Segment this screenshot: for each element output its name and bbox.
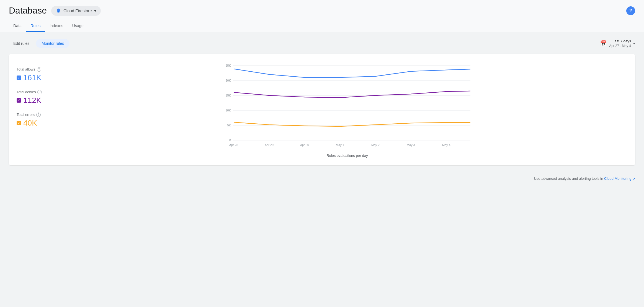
help-errors-icon[interactable]: ? bbox=[36, 113, 41, 117]
svg-text:May 4: May 4 bbox=[442, 143, 450, 147]
help-denies-icon[interactable]: ? bbox=[37, 90, 42, 94]
footer-text: Use advanced analysis and alerting tools… bbox=[534, 176, 603, 181]
chart-svg: 25K 20K 15K 10K 5K 0 bbox=[67, 62, 627, 151]
monitor-rules-button[interactable]: Monitor rules bbox=[36, 39, 69, 48]
chevron-down-icon: ▾ bbox=[94, 8, 96, 13]
footer: Use advanced analysis and alerting tools… bbox=[0, 172, 644, 185]
svg-text:Apr 29: Apr 29 bbox=[265, 143, 274, 147]
svg-text:15K: 15K bbox=[225, 94, 231, 97]
toolbar: Edit rules Monitor rules 📅 Last 7 days A… bbox=[9, 39, 635, 48]
svg-text:10K: 10K bbox=[225, 109, 231, 112]
allows-checkbox[interactable]: ✓ bbox=[17, 76, 21, 80]
page-header: Database Cloud Firestore ▾ ? Data Rules … bbox=[0, 0, 644, 32]
svg-text:25K: 25K bbox=[225, 64, 231, 67]
legend-label-text-allows: Total allows bbox=[17, 67, 35, 71]
legend-value-errors: ✓ 40K bbox=[17, 119, 58, 128]
date-range-main: Last 7 days bbox=[609, 39, 631, 44]
help-allows-icon[interactable]: ? bbox=[37, 67, 41, 72]
legend-item-allows: Total allows ? ✓ 161K bbox=[17, 67, 58, 82]
tab-usage[interactable]: Usage bbox=[68, 20, 88, 32]
toolbar-right: 📅 Last 7 days Apr 27 - May 4 ▾ bbox=[600, 39, 635, 48]
legend-label-allows: Total allows ? bbox=[17, 67, 58, 72]
chart-layout: Total allows ? ✓ 161K Total denies ? ✓ bbox=[17, 62, 627, 158]
edit-rules-button[interactable]: Edit rules bbox=[9, 39, 34, 48]
legend-item-denies: Total denies ? ✓ 112K bbox=[17, 90, 58, 105]
chevron-down-icon: ▾ bbox=[633, 41, 635, 46]
legend-value-denies: ✓ 112K bbox=[17, 96, 58, 105]
main-content: Edit rules Monitor rules 📅 Last 7 days A… bbox=[0, 32, 644, 172]
cloud-monitoring-link[interactable]: Cloud Monitoring ↗ bbox=[604, 176, 635, 181]
service-name: Cloud Firestore bbox=[63, 8, 92, 13]
toolbar-left: Edit rules Monitor rules bbox=[9, 39, 69, 48]
date-text: Last 7 days Apr 27 - May 4 bbox=[609, 39, 631, 48]
denies-count: 112K bbox=[23, 96, 41, 105]
legend-label-text-errors: Total errors bbox=[17, 113, 35, 117]
header-top: Database Cloud Firestore ▾ ? bbox=[9, 6, 635, 16]
svg-text:May 3: May 3 bbox=[407, 143, 415, 147]
svg-text:Apr 28: Apr 28 bbox=[229, 143, 238, 147]
tab-data[interactable]: Data bbox=[9, 20, 26, 32]
chart-legend: Total allows ? ✓ 161K Total denies ? ✓ bbox=[17, 62, 58, 128]
external-link-icon: ↗ bbox=[632, 177, 635, 181]
errors-checkbox[interactable]: ✓ bbox=[17, 121, 21, 125]
svg-text:0: 0 bbox=[229, 139, 231, 142]
calendar-icon: 📅 bbox=[600, 40, 607, 47]
page-title: Database bbox=[9, 6, 47, 16]
svg-text:Apr 30: Apr 30 bbox=[300, 143, 309, 147]
legend-label-text-denies: Total denies bbox=[17, 90, 36, 94]
service-selector[interactable]: Cloud Firestore ▾ bbox=[51, 6, 101, 16]
line-chart: 25K 20K 15K 10K 5K 0 bbox=[67, 62, 627, 150]
tab-rules[interactable]: Rules bbox=[26, 20, 45, 32]
date-range-sub: Apr 27 - May 4 bbox=[609, 44, 631, 48]
svg-text:May 1: May 1 bbox=[336, 143, 344, 147]
legend-value-allows: ✓ 161K bbox=[17, 73, 58, 82]
legend-item-errors: Total errors ? ✓ 40K bbox=[17, 113, 58, 128]
date-range-picker[interactable]: 📅 Last 7 days Apr 27 - May 4 ▾ bbox=[600, 39, 635, 48]
firestore-icon bbox=[56, 8, 61, 14]
errors-count: 40K bbox=[23, 119, 37, 128]
chart-card: Total allows ? ✓ 161K Total denies ? ✓ bbox=[9, 54, 635, 165]
header-left: Database Cloud Firestore ▾ bbox=[9, 6, 101, 16]
tab-indexes[interactable]: Indexes bbox=[45, 20, 68, 32]
main-tabs: Data Rules Indexes Usage bbox=[9, 20, 635, 32]
help-button[interactable]: ? bbox=[626, 6, 635, 15]
svg-text:5K: 5K bbox=[227, 124, 231, 127]
svg-text:May 2: May 2 bbox=[371, 143, 380, 147]
chart-x-axis-label: Rules evaluations per day bbox=[67, 154, 627, 158]
denies-checkbox[interactable]: ✓ bbox=[17, 98, 21, 103]
legend-label-denies: Total denies ? bbox=[17, 90, 58, 94]
chart-area: 25K 20K 15K 10K 5K 0 bbox=[67, 62, 627, 158]
allows-count: 161K bbox=[23, 73, 41, 82]
svg-text:20K: 20K bbox=[225, 79, 231, 82]
legend-label-errors: Total errors ? bbox=[17, 113, 58, 117]
